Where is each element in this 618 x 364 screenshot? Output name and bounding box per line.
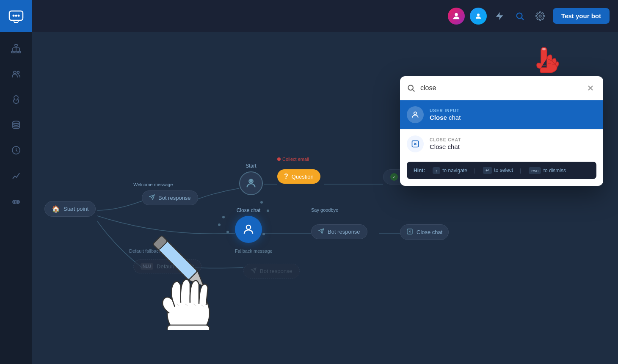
lightning-button[interactable]: [492, 8, 507, 24]
close-chat-action-node[interactable]: Close chat: [400, 224, 449, 240]
result-text-1: USER INPUT Close chat: [430, 108, 461, 121]
send-icon2: [318, 228, 324, 235]
avatar-user1[interactable]: [448, 8, 465, 25]
flow-canvas[interactable]: 🏠 Start point Welcome message Bot respon…: [32, 32, 618, 364]
sidebar-item-conversations[interactable]: [6, 190, 27, 212]
test-bot-button[interactable]: Test your bot: [553, 8, 610, 24]
default-fallback-label-text: Default fallback: [129, 248, 161, 254]
close-chat-circle-label: Close chat: [237, 207, 261, 213]
default-fallback-label: Default fallback: [157, 263, 194, 270]
bubble-icon: [11, 196, 21, 206]
start-point-node[interactable]: 🏠 Start point: [44, 201, 96, 217]
fallback-bot-response-node[interactable]: Bot response: [243, 264, 300, 279]
search-input[interactable]: [420, 84, 579, 92]
svg-rect-4: [15, 44, 17, 46]
sidebar-item-history[interactable]: [6, 140, 27, 161]
svg-point-20: [14, 201, 15, 203]
close-chat-action-label: Close chat: [417, 229, 442, 235]
settings-icon: [535, 11, 545, 21]
fallback-bot-label: Bot response: [260, 268, 292, 274]
svg-point-1: [12, 14, 14, 17]
search-close-button[interactable]: [585, 82, 596, 94]
svg-point-21: [17, 201, 18, 203]
svg-rect-6: [15, 51, 17, 53]
default-fallback-node[interactable]: NLU Default fallback: [133, 259, 201, 273]
collect-email-dot: [277, 157, 281, 161]
avatar1-icon: [452, 11, 461, 21]
dot2: [218, 223, 221, 226]
result-icon-user-input: [407, 106, 424, 123]
search-button[interactable]: [512, 8, 527, 24]
hint-dismiss: esc to dismiss: [528, 167, 566, 174]
result-category-2: CLOSE CHAT: [430, 138, 461, 142]
avatar2-icon: [475, 12, 482, 20]
brain-icon: [11, 94, 21, 105]
svg-point-42: [167, 290, 210, 330]
welcome-bot-response-label: Bot response: [158, 195, 191, 201]
sidebar-item-analytics[interactable]: [6, 165, 27, 186]
send-icon: [149, 194, 155, 201]
start-circle-icon: [245, 177, 257, 189]
cursor-hand: [525, 40, 559, 74]
svg-point-3: [17, 14, 19, 17]
sidebar-item-users[interactable]: [6, 63, 27, 85]
sidebar-item-hierarchy[interactable]: [6, 38, 27, 59]
svg-point-27: [539, 15, 541, 17]
dot5: [267, 210, 269, 212]
svg-line-44: [185, 304, 188, 306]
app-logo[interactable]: [0, 0, 32, 32]
avatar-user2[interactable]: [470, 8, 487, 25]
dot3: [226, 231, 229, 233]
enter-key: ↵: [483, 167, 492, 174]
search-result-user-input[interactable]: USER INPUT Close chat: [400, 100, 603, 129]
result-text-2: CLOSE CHAT Close chat: [430, 138, 461, 150]
hint-container: Hint: ↕ to navigate | ↵ to select | esc …: [400, 158, 603, 186]
search-result-close-chat[interactable]: CLOSE CHAT Close chat: [400, 130, 603, 158]
result-match-1: Close: [430, 114, 447, 121]
question-node[interactable]: ? Question: [277, 169, 320, 184]
start-flow-node[interactable]: Start: [239, 163, 263, 195]
settings-button[interactable]: [532, 8, 548, 24]
svg-line-45: [193, 304, 196, 306]
say-goodbye-bot-label: Bot response: [328, 229, 360, 235]
default-fallback-icon: NLU: [141, 263, 153, 270]
result-title-1: Close chat: [430, 114, 461, 121]
svg-point-13: [14, 71, 16, 74]
cursor-svg: [525, 40, 559, 74]
result-category-1: USER INPUT: [430, 108, 461, 113]
nav-key: ↕: [433, 167, 440, 174]
question-icon: ?: [284, 173, 288, 180]
start-label: Start: [246, 163, 256, 169]
svg-point-22: [455, 13, 458, 16]
topbar: Test your bot: [32, 0, 618, 32]
svg-point-49: [408, 85, 413, 90]
hint-divider1: |: [474, 168, 475, 174]
success-check-icon: ✓: [390, 173, 398, 181]
sidebar: [0, 0, 32, 364]
home-icon: 🏠: [52, 205, 60, 213]
search-header: [400, 76, 603, 100]
user-input-icon: [411, 110, 419, 119]
result-icon-close-chat: [407, 135, 424, 152]
hint-label: Hint:: [414, 168, 425, 174]
start-circle[interactable]: [239, 171, 263, 195]
result-rest-1: chat: [447, 114, 461, 121]
svg-rect-47: [167, 325, 210, 330]
close-chat-icon: [406, 228, 413, 236]
svg-point-14: [17, 72, 19, 74]
sidebar-item-data[interactable]: [6, 114, 27, 135]
users-icon: [11, 69, 21, 79]
close-icon: [586, 84, 595, 92]
svg-point-53: [414, 112, 417, 115]
close-chat-circle-node[interactable]: Close chat: [235, 207, 262, 243]
hint-bar: Hint: ↕ to navigate | ↵ to select | esc …: [407, 162, 596, 179]
welcome-bot-response-node[interactable]: Bot response: [142, 190, 198, 205]
close-chat-circle[interactable]: [235, 216, 262, 243]
hint-navigate: ↕ to navigate: [432, 167, 467, 174]
svg-point-31: [250, 181, 252, 182]
svg-rect-5: [11, 51, 14, 53]
svg-point-2: [15, 14, 17, 17]
search-topbar-icon: [515, 11, 524, 21]
sidebar-item-ai[interactable]: [6, 89, 27, 110]
say-goodbye-bot-response-node[interactable]: Bot response: [311, 224, 367, 239]
